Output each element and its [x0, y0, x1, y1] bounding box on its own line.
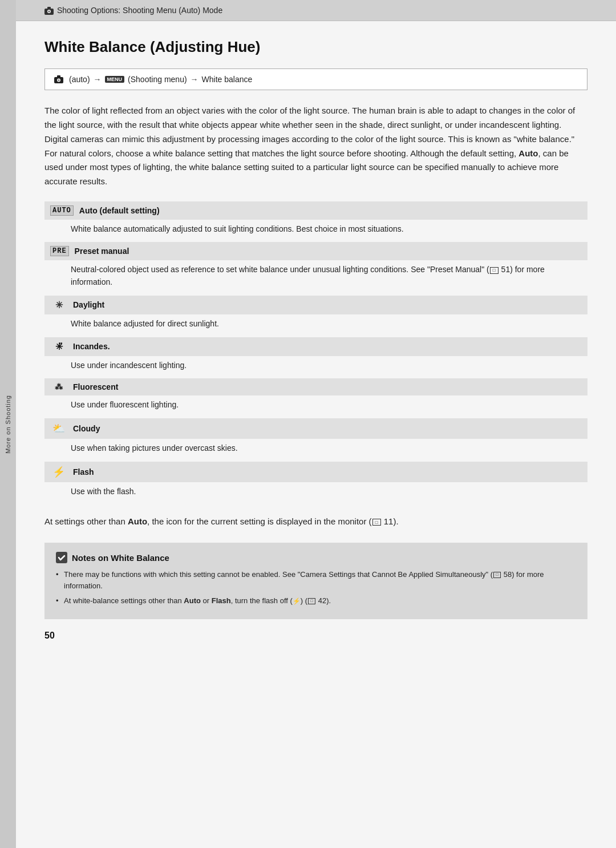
setting-cloudy-header: ⛅ Cloudy: [44, 418, 587, 439]
svg-rect-1: [47, 7, 51, 9]
setting-daylight-label: Daylight: [73, 300, 104, 309]
svg-rect-5: [57, 75, 60, 78]
main-content-area: Shooting Options: Shooting Menu (Auto) M…: [16, 0, 616, 848]
svg-rect-8: [56, 552, 67, 563]
body-paragraph: The color of light reflected from an obj…: [44, 104, 587, 189]
setting-cloudy: ⛅ Cloudy Use when taking pictures under …: [44, 418, 587, 461]
note-item-2: At white-balance settings other than Aut…: [56, 595, 576, 607]
arrow-2: →: [191, 75, 198, 84]
setting-auto: AUTO Auto (default setting) White balanc…: [44, 201, 587, 241]
svg-point-3: [48, 11, 50, 13]
setting-preset-label: Preset manual: [75, 247, 129, 256]
cloud-icon: ⛅: [50, 422, 67, 435]
pre-icon: PRE: [50, 246, 69, 256]
breadcrumb-white-balance: White balance: [202, 75, 253, 84]
settings-list: AUTO Auto (default setting) White balanc…: [44, 201, 587, 504]
setting-incandes-desc: Use under incandescent lighting.: [44, 356, 587, 378]
setting-daylight-desc: White balance adjusted for direct sunlig…: [44, 314, 587, 336]
setting-flash-desc: Use with the flash.: [44, 482, 587, 504]
breadcrumb-shooting-menu: (Shooting menu): [128, 75, 187, 84]
note-item-1: There may be functions with which this s…: [56, 569, 576, 592]
setting-fluorescent-label: Fluorescent: [73, 382, 118, 391]
setting-fluorescent-header: ⁂ Fluorescent: [44, 378, 587, 395]
fluorescent-icon: ⁂: [50, 382, 67, 391]
breadcrumb-auto: (auto): [69, 75, 90, 84]
arrow-1: →: [94, 75, 102, 84]
notes-section: Notes on White Balance There may be func…: [44, 543, 587, 619]
setting-incandes-label: Incandes.: [73, 342, 110, 351]
page-number: 50: [44, 631, 587, 641]
incandes-icon: ✳̈: [50, 341, 67, 352]
setting-fluorescent: ⁂ Fluorescent Use under fluorescent ligh…: [44, 378, 587, 417]
setting-daylight-header: ✳ Daylight: [44, 296, 587, 314]
setting-preset-desc: Neutral-colored object used as reference…: [44, 260, 587, 294]
auto-bold: Auto: [518, 148, 538, 158]
side-tab: More on Shooting: [0, 0, 16, 848]
setting-cloudy-desc: Use when taking pictures under overcast …: [44, 439, 587, 461]
notes-title: Notes on White Balance: [56, 552, 576, 563]
menu-icon: MENU: [105, 76, 125, 83]
flash-icon: ⚡: [50, 466, 67, 478]
header-text: Shooting Options: Shooting Menu (Auto) M…: [57, 6, 222, 15]
side-tab-label: More on Shooting: [5, 395, 11, 454]
bottom-paragraph: At settings other than Auto, the icon fo…: [44, 515, 587, 529]
setting-incandes-header: ✳̈ Incandes.: [44, 337, 587, 356]
header-bar: Shooting Options: Shooting Menu (Auto) M…: [16, 0, 616, 21]
page: More on Shooting Shooting Options: Shoot…: [0, 0, 616, 848]
setting-flash-header: ⚡ Flash: [44, 462, 587, 482]
auto-icon: AUTO: [50, 205, 74, 216]
auto-bold-2: Auto: [128, 516, 147, 526]
daylight-icon: ✳: [50, 300, 67, 310]
page-title: White Balance (Adjusting Hue): [44, 38, 587, 56]
setting-cloudy-label: Cloudy: [73, 424, 100, 433]
setting-flash-label: Flash: [73, 467, 94, 477]
setting-daylight: ✳ Daylight White balance adjusted for di…: [44, 296, 587, 336]
setting-incandes: ✳̈ Incandes. Use under incandescent ligh…: [44, 337, 587, 378]
camera-icon: [44, 6, 57, 15]
setting-preset-header: PRE Preset manual: [44, 242, 587, 260]
setting-auto-header: AUTO Auto (default setting): [44, 201, 587, 220]
svg-point-7: [58, 79, 60, 81]
notes-list: There may be functions with which this s…: [56, 569, 576, 607]
setting-preset: PRE Preset manual Neutral-colored object…: [44, 242, 587, 294]
setting-fluorescent-desc: Use under fluorescent lighting.: [44, 395, 587, 417]
setting-flash: ⚡ Flash Use with the flash.: [44, 462, 587, 504]
breadcrumb-box: (auto) → MENU (Shooting menu) → White ba…: [44, 68, 587, 90]
notes-icon: [56, 552, 67, 563]
setting-auto-desc: White balance automatically adjusted to …: [44, 220, 587, 241]
notes-heading: Notes on White Balance: [72, 553, 169, 563]
main-body: White Balance (Adjusting Hue) (auto) → M…: [16, 21, 616, 669]
setting-auto-label: Auto (default setting): [79, 206, 160, 215]
